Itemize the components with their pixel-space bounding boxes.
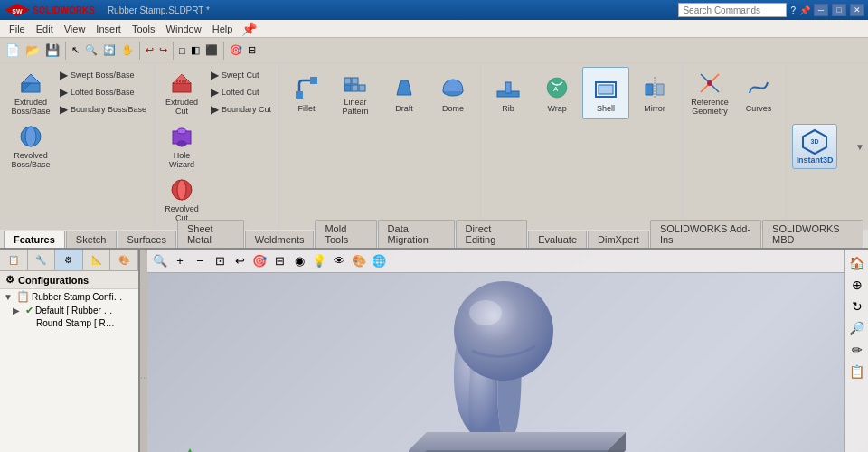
rib-button[interactable]: Rib	[485, 67, 532, 119]
boundary-cut-button[interactable]: ▶ Boundary Cut	[207, 101, 275, 118]
undo-icon[interactable]: ↩	[144, 42, 156, 58]
menu-item-window[interactable]: Window	[161, 22, 207, 36]
revolved-boss-button[interactable]: RevolvedBoss/Base	[7, 120, 54, 173]
pin-menu-icon[interactable]: 📌	[241, 22, 257, 36]
extruded-cut-button[interactable]: ExtrudedCut	[158, 67, 205, 119]
select-icon[interactable]: ↖	[70, 42, 81, 58]
menu-item-edit[interactable]: Edit	[31, 22, 59, 36]
reference-geometry-button[interactable]: ReferenceGeometry	[686, 67, 733, 119]
curves-button[interactable]: Curves	[735, 67, 782, 119]
property-manager-tab[interactable]: 🔧	[28, 250, 56, 270]
tab-data-migration[interactable]: Data Migration	[378, 220, 455, 248]
view-orient-icon[interactable]: 🎯	[228, 42, 244, 58]
tree-item-root[interactable]: ▼ 📋 Rubber Stamp Configurati...	[0, 289, 138, 304]
home-view-btn[interactable]: 🏠	[847, 253, 867, 273]
pin-icon: 📌	[799, 5, 810, 15]
zoom-in-btn[interactable]: +	[171, 252, 189, 270]
display-style-btn[interactable]: ◉	[290, 252, 308, 270]
linear-pattern-button[interactable]: LinearPattern	[332, 67, 379, 119]
mirror-icon	[640, 73, 669, 102]
menu-item-help[interactable]: Help	[207, 22, 239, 36]
lights-btn[interactable]: 💡	[310, 252, 328, 270]
extruded-boss-button[interactable]: ExtrudedBoss/Base	[7, 67, 54, 119]
section-view-btn[interactable]: ⊟	[270, 252, 288, 270]
fillet-button[interactable]: Fillet	[283, 67, 330, 119]
3d-views-btn[interactable]: 📋	[847, 362, 867, 381]
rotate-icon[interactable]: 🔄	[101, 42, 118, 58]
draft-label: Draft	[395, 104, 413, 113]
dome-button[interactable]: Dome	[429, 67, 476, 119]
hole-wizard-button[interactable]: HoleWizard	[158, 120, 205, 173]
feature-manager-tab[interactable]: 📋	[0, 250, 28, 270]
tab-addins[interactable]: SOLIDWORKS Add-Ins	[650, 220, 761, 248]
draft-button[interactable]: Draft	[381, 67, 428, 119]
hide-show-btn[interactable]: 👁	[330, 252, 348, 270]
zoom-to-fit-btn[interactable]: 🔍	[151, 252, 169, 270]
rotate-view-btn[interactable]: ↻	[847, 297, 867, 316]
svg-text:SW: SW	[12, 8, 23, 14]
hidden-lines-icon[interactable]: ◧	[189, 42, 202, 58]
lofted-cut-button[interactable]: ▶ Lofted Cut	[207, 84, 275, 100]
tab-mbd[interactable]: SOLIDWORKS MBD	[762, 220, 863, 248]
close-button[interactable]: ✕	[850, 4, 864, 16]
tab-features[interactable]: Features	[4, 231, 65, 248]
mirror-label: Mirror	[644, 104, 665, 113]
search-input[interactable]	[678, 3, 787, 17]
tree-item-default[interactable]: ▶ ✔ Default [ Rubber Sta...	[0, 304, 138, 317]
dim-expert-tab[interactable]: 📐	[83, 250, 111, 270]
new-file-icon[interactable]: 📄	[4, 42, 22, 59]
boundary-boss-button[interactable]: ▶ Boundary Boss/Base	[56, 101, 150, 118]
zoom-sel-btn[interactable]: 🔎	[847, 318, 867, 338]
sketch-btn[interactable]: ✏	[847, 340, 867, 360]
instant3d-button[interactable]: 3D Instant3D	[792, 124, 837, 169]
redo-icon[interactable]: ↪	[157, 42, 169, 58]
menu-item-view[interactable]: View	[59, 22, 91, 36]
appearance-tab[interactable]: 🎨	[110, 250, 138, 270]
lofted-boss-button[interactable]: ▶ Lofted Boss/Base	[56, 84, 150, 100]
svg-rect-19	[359, 85, 365, 91]
menu-item-insert[interactable]: Insert	[90, 22, 127, 36]
viewport[interactable]: 🔍 + − ⊡ ↩ 🎯 ⊟ ◉ 💡 👁 🎨 🌐	[147, 250, 868, 452]
menu-item-tools[interactable]: Tools	[127, 22, 161, 36]
revolved-cut-button[interactable]: RevolvedCut	[158, 174, 205, 226]
panel-resize-handle[interactable]: ⋮	[140, 250, 147, 452]
swept-cut-button[interactable]: ▶ Swept Cut	[207, 67, 275, 83]
tab-weldments[interactable]: Weldments	[245, 231, 315, 248]
sep1	[65, 42, 66, 60]
ribbon-expand[interactable]: ▼	[855, 65, 864, 228]
shaded-icon[interactable]: ⬛	[203, 42, 220, 58]
mirror-button[interactable]: Mirror	[631, 67, 678, 119]
zoom-area-btn[interactable]: ⊡	[211, 252, 229, 270]
shell-button[interactable]: Shell	[582, 67, 629, 119]
tab-surfaces[interactable]: Surfaces	[118, 231, 176, 248]
save-icon[interactable]: 💾	[43, 42, 61, 59]
menu-item-file[interactable]: File	[4, 22, 31, 36]
tab-dimxpert[interactable]: DimXpert	[588, 231, 649, 248]
normal-to-btn[interactable]: ⊕	[847, 275, 867, 295]
section-view-icon[interactable]: ⊟	[246, 42, 258, 58]
tab-direct-editing[interactable]: Direct Editing	[456, 220, 528, 248]
wrap-button[interactable]: A Wrap	[533, 67, 580, 119]
zoom-out-btn[interactable]: −	[191, 252, 209, 270]
tree-item-round[interactable]: ▶ Round Stamp [ Rub...	[0, 317, 138, 329]
svg-text:3D: 3D	[811, 138, 819, 145]
tab-sketch[interactable]: Sketch	[66, 231, 117, 248]
wireframe-icon[interactable]: □	[177, 43, 187, 58]
minimize-button[interactable]: ─	[814, 4, 828, 16]
open-file-icon[interactable]: 📂	[24, 42, 42, 59]
instant3d-group: 3D Instant3D	[787, 65, 843, 228]
swept-boss-button[interactable]: ▶ Swept Boss/Base	[56, 67, 150, 83]
tab-mold-tools[interactable]: Mold Tools	[315, 220, 376, 248]
zoom-icon[interactable]: 🔍	[83, 42, 99, 58]
config-manager-tab[interactable]: ⚙	[55, 250, 83, 270]
extruded-cut-label: ExtrudedCut	[165, 99, 198, 117]
sep3	[173, 42, 174, 60]
misc-group: Rib A Wrap S	[481, 65, 683, 228]
pan-icon[interactable]: ✋	[119, 42, 136, 58]
previous-view-btn[interactable]: ↩	[231, 252, 249, 270]
maximize-button[interactable]: □	[832, 4, 846, 16]
tab-evaluate[interactable]: Evaluate	[528, 231, 587, 248]
tab-sheet-metal[interactable]: Sheet Metal	[177, 220, 244, 248]
view-3d-btn[interactable]: 🎯	[250, 252, 269, 270]
svg-point-35	[707, 80, 712, 86]
